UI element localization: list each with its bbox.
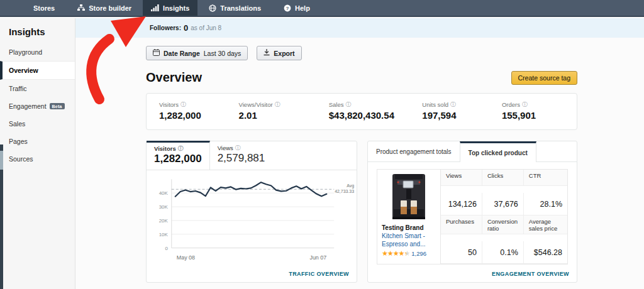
nav-item-label: Insights	[163, 4, 189, 12]
metric-header-purchases: Purchases	[441, 215, 482, 234]
metric-header-conversion: Conversion ratio	[482, 215, 524, 234]
nav-item-label: Help	[295, 4, 310, 12]
product-metrics-table: Views Clicks CTR 134,126 37,676 28.1% Pu…	[440, 169, 568, 264]
product-image[interactable]	[382, 173, 435, 221]
info-icon[interactable]: ⓘ	[522, 102, 528, 107]
help-icon: ?	[284, 4, 291, 12]
info-icon[interactable]: ⓘ	[235, 145, 241, 151]
left-scrollbar-thumb[interactable]	[0, 151, 3, 170]
product-brand: Testing Brand	[382, 224, 436, 231]
sidebar: Insights Playground Overview Traffic Eng…	[0, 18, 75, 289]
sidebar-item-traffic[interactable]: Traffic	[0, 80, 75, 97]
stat-value: 2.01	[239, 110, 329, 121]
stat-value: 197,594	[422, 110, 502, 121]
svg-text:?: ?	[286, 5, 289, 11]
traffic-overview-link[interactable]: TRAFFIC OVERVIEW	[289, 271, 349, 277]
tab-visitors[interactable]: Visitorsⓘ 1,282,000	[147, 141, 210, 170]
nav-item-label: Translations	[220, 4, 261, 12]
page-title: Overview	[146, 70, 202, 85]
stat-value: 1,282,000	[159, 110, 239, 121]
stat-visitors: Visitorsⓘ 1,282,000	[159, 101, 239, 121]
tab-product-engagement-totals[interactable]: Product engagement totals	[368, 141, 460, 161]
sidebar-item-pages[interactable]: Pages	[0, 133, 75, 150]
followers-as-of: as of Jun 8	[191, 25, 221, 31]
engagement-overview-link[interactable]: ENGAGEMENT OVERVIEW	[492, 271, 569, 277]
metric-value-purchases: 50	[441, 241, 482, 264]
tab-views[interactable]: Viewsⓘ 2,579,881	[210, 141, 273, 170]
export-label: Export	[274, 50, 294, 57]
nav-item-label: Store builder	[89, 4, 131, 12]
date-range-value: Last 30 days	[204, 50, 242, 57]
stat-value: 155,901	[502, 110, 564, 121]
nav-item-help[interactable]: ? Help	[272, 0, 321, 16]
nav-item-store-builder[interactable]: Store builder	[66, 0, 143, 16]
sidebar-title: Insights	[0, 18, 75, 43]
sidebar-item-playground[interactable]: Playground	[0, 43, 75, 61]
traffic-card: Visitorsⓘ 1,282,000 Viewsⓘ 2,579,881 010…	[146, 141, 357, 283]
nav-item-translations[interactable]: Translations	[197, 0, 272, 16]
main-area: Date Range Last 30 days Export Overview …	[75, 38, 644, 289]
product-title-link[interactable]: Kitchen Smart - Espresso and...	[382, 232, 436, 248]
traffic-chart: 010K20K30K40KAvg42,733.33May 08Jun 07	[149, 172, 355, 266]
svg-text:Avg: Avg	[347, 183, 354, 188]
sitemap-icon	[77, 4, 85, 11]
nav-item-stores[interactable]: Stores	[22, 0, 66, 16]
sidebar-item-overview[interactable]: Overview	[0, 61, 75, 80]
top-nav: Stores Store builder Insights Translatio…	[0, 0, 644, 17]
info-icon[interactable]: ⓘ	[180, 102, 186, 107]
metric-value-avg-price: $546.28	[524, 241, 567, 264]
svg-text:10K: 10K	[159, 232, 169, 237]
tab-top-clicked-product[interactable]: Top clicked product	[460, 141, 536, 162]
svg-text:Jun 07: Jun 07	[309, 254, 326, 261]
metric-value-ctr: 28.1%	[524, 193, 567, 215]
metric-value-conversion: 0.1%	[482, 241, 524, 264]
metric-header-ctr: CTR	[524, 170, 567, 186]
download-icon	[264, 49, 270, 57]
toolbar: Date Range Last 30 days Export	[146, 46, 577, 60]
nav-item-label: Stores	[33, 4, 55, 12]
metric-value-clicks: 37,676	[482, 193, 524, 215]
date-range-label: Date Range	[164, 50, 200, 57]
stat-value: $43,820,430.54	[329, 110, 423, 121]
metric-value-views: 134,126	[441, 193, 482, 215]
svg-text:40K: 40K	[159, 190, 169, 196]
nav-item-insights[interactable]: Insights	[143, 0, 197, 16]
calendar-icon	[153, 49, 160, 57]
svg-text:30K: 30K	[159, 204, 169, 210]
sidebar-item-sales[interactable]: Sales	[0, 115, 75, 133]
followers-label: Followers:	[150, 25, 181, 31]
bar-chart-icon	[151, 4, 159, 11]
stat-units-sold: Units soldⓘ 197,594	[422, 101, 502, 121]
views-tab-value: 2,579,881	[218, 152, 265, 165]
svg-text:42,733.33: 42,733.33	[335, 189, 354, 194]
sidebar-item-engagement[interactable]: Engagement Beta	[0, 97, 75, 115]
summary-stats-card: Visitorsⓘ 1,282,000 Views/Visitorⓘ 2.01 …	[146, 93, 577, 130]
info-icon[interactable]: ⓘ	[178, 146, 184, 151]
info-icon[interactable]: ⓘ	[275, 102, 280, 107]
export-button[interactable]: Export	[257, 46, 301, 60]
sidebar-item-sources[interactable]: Sources	[0, 150, 75, 168]
svg-text:May 08: May 08	[177, 254, 195, 261]
info-icon[interactable]: ⓘ	[450, 102, 456, 107]
followers-bar: Followers: 0 as of Jun 8	[75, 18, 644, 38]
metric-header-clicks: Clicks	[482, 170, 524, 186]
info-icon[interactable]: ⓘ	[345, 102, 351, 107]
globe-icon	[209, 4, 216, 12]
engagement-card: Product engagement totals Top clicked pr…	[367, 141, 577, 283]
metric-header-views: Views	[441, 170, 482, 186]
followers-value: 0	[184, 23, 188, 33]
rating-count-link[interactable]: 1,296	[411, 250, 426, 257]
visitors-tab-value: 1,282,000	[154, 153, 202, 165]
date-range-button[interactable]: Date Range Last 30 days	[146, 46, 248, 60]
svg-text:20K: 20K	[159, 218, 169, 224]
stat-views-visitor: Views/Visitorⓘ 2.01	[239, 101, 329, 121]
create-source-tag-button[interactable]: Create source tag	[511, 71, 577, 85]
product-summary: Testing Brand Kitchen Smart - Espresso a…	[377, 169, 440, 264]
metric-header-avg-price: Average sales price	[524, 215, 567, 234]
stat-sales: Salesⓘ $43,820,430.54	[329, 101, 423, 121]
star-rating-icon[interactable]: ★★★★★	[382, 249, 409, 258]
stat-orders: Ordersⓘ 155,901	[502, 101, 564, 121]
svg-text:0: 0	[165, 246, 168, 251]
beta-badge: Beta	[50, 103, 65, 109]
